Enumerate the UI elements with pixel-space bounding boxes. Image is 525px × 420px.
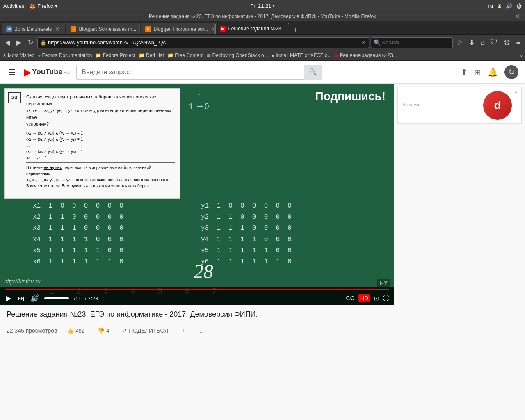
forward-button[interactable]: ▶ [14,37,24,48]
tab-favicon-youtube: ▶ [220,26,226,32]
tab-bar: VK Boris Derzhavets ✕ B Blogger: Some is… [0,21,525,35]
refresh-button[interactable]: ↻ [25,37,36,48]
bookmark-most-visited[interactable]: ★ Most Visited [2,52,34,58]
more-actions-button[interactable]: ... [195,326,206,336]
user-avatar[interactable]: ↻ [504,65,518,79]
os-topbar-right: ru ⊞ 🔊 ⏻ [488,3,522,9]
volume-button[interactable]: 🔊 [30,293,40,304]
upload-button[interactable]: ⬆ [461,67,468,77]
bookmark-redhat[interactable]: 📁 Red Hat [139,52,164,58]
dislike-count: 4 [106,328,109,334]
progress-bar-fill [5,289,377,290]
tab-close-blogger1[interactable]: ✕ [139,26,140,32]
hd-button[interactable]: HD [358,294,370,302]
browser-label[interactable]: 🦊 Firefox ▾ [29,3,58,9]
progress-bar[interactable] [5,289,389,290]
activities-label[interactable]: Activities [3,3,24,9]
youtube-main-content: 23 Сколько существует различных наборов … [0,84,525,420]
bookmark-fedora-docs[interactable]: ● Fedora Documentation [38,52,92,58]
video-container: 23 Сколько существует различных наборов … [0,84,394,420]
youtube-header: ☰ ▶ YouTubeRU 🔍 ⬆ ⊞ 🔔 ↻ [0,61,525,84]
play-pause-button[interactable]: ▶ [5,293,12,304]
home-button[interactable]: ⌂ [479,37,487,48]
developer-button[interactable]: ⚙ [502,37,512,48]
channel-logo-fy: FY [377,279,390,288]
window-close-button[interactable]: ✕ [515,12,520,20]
subtitles-button[interactable]: CC [346,295,354,301]
ad-logo-circle: d [483,91,512,120]
math-problem-content: Сколько существует различных наборов зна… [26,94,175,189]
ad-text-area: Реклама [401,102,481,109]
ad-label: Реклама [401,102,481,107]
chalk-formula: 1 →0 [189,101,209,112]
youtube-logo[interactable]: ▶ YouTubeRU [24,66,70,78]
hamburger-menu-button[interactable]: ☰ [7,66,17,79]
dislike-button[interactable]: 👎 4 [94,326,112,336]
back-button[interactable]: ◀ [2,37,12,48]
navigation-bar: ◀ ▶ ↻ 🔒 ✕ 🔍 ☆ ⬇ ⌂ 🛡 ⚙ ≡ [0,35,525,50]
youtube-search-bar[interactable]: 🔍 [76,65,322,80]
chalk-annotation-1: ↑ 1 →0 [189,92,209,112]
avatar-loading-icon: ↻ [509,68,515,77]
bookmark-fedora-project[interactable]: 📁 Fedora Project [95,52,135,58]
ad-close-button[interactable]: ✕ [514,89,518,95]
video-player[interactable]: 23 Сколько существует различных наборов … [0,84,394,305]
chalk-table-x: x1 1 0 0 0 0 0 0 x2 1 1 0 0 0 0 0 x3 1 1… [33,201,123,267]
lang-indicator[interactable]: ru [488,3,493,9]
tab-blogger2[interactable]: B Blogger: Наиболее эф... ✕ [141,23,215,34]
tab-blogger1[interactable]: B Blogger: Some issues m... ✕ [66,23,140,34]
notifications-button[interactable]: 🔔 [488,67,498,77]
safe-icon[interactable]: 🛡 [488,37,500,48]
youtube-logo-ru: RU [63,70,70,75]
thumbs-up-icon: 👍 [67,327,74,334]
miniplayer-button[interactable]: ⊡ [374,295,379,301]
share-button[interactable]: ↗ ПОДЕЛИТЬСЯ [119,326,171,336]
condition-5: (x₅ → (x₆ ∧ y₅)) ∧ (y₅ → y₆) = 1 [26,148,175,155]
bookmark-install-mate[interactable]: ● Install MATE or XFCE o... [272,52,332,58]
video-info: Решение задания №23. ЕГЭ по информатике … [0,305,394,340]
volume-icon[interactable]: 🔊 [506,3,512,9]
tab-close-youtube[interactable]: ✕ [288,25,289,32]
tab-boris[interactable]: VK Boris Derzhavets ✕ [2,23,65,34]
bookmark-free-content[interactable]: 📁 Free Content [167,52,203,58]
tab-close-blogger2[interactable]: ✕ [210,26,215,32]
youtube-search-button[interactable]: 🔍 [304,65,322,80]
chalkboard-background: 23 Сколько существует различных наборов … [0,84,394,305]
ad-logo-letter: d [494,99,501,112]
youtube-header-actions: ⬆ ⊞ 🔔 ↻ [461,65,518,79]
youtube-search-input[interactable] [77,68,304,76]
tab-close-boris[interactable]: ✕ [54,26,61,32]
url-input[interactable] [48,39,360,46]
bookmarks-bar: ★ Most Visited ● Fedora Documentation 📁 … [0,50,525,61]
tab-youtube[interactable]: ▶ Решение задания №23... ✕ [215,23,289,34]
tab-label-boris: Boris Derzhavets [14,26,52,32]
fullscreen-button[interactable]: ⛶ [383,295,389,301]
new-tab-button[interactable]: + [290,26,301,34]
apps-button[interactable]: ⊞ [474,67,481,77]
url-bar[interactable]: 🔒 ✕ [37,37,369,48]
problem-text: Сколько существует различных наборов зна… [26,94,175,128]
bookmark-star-button[interactable]: ☆ [454,37,465,48]
power-icon[interactable]: ⏻ [516,3,522,9]
menu-button[interactable]: ≡ [514,37,523,48]
next-button[interactable]: ⏭ [16,293,25,304]
download-button[interactable]: ⬇ [467,37,477,48]
answer-note: В ответе не нужно перечислять все различ… [26,164,175,189]
add-to-playlist-button[interactable]: + [178,326,188,336]
search-input[interactable] [382,39,444,46]
url-clear-button[interactable]: ✕ [361,39,366,46]
youtube-logo-icon: ▶ [24,66,31,78]
bookmark-reshenie[interactable]: ▶ Решение задания №23... [335,52,397,58]
fedora-docs-icon: ● [38,52,41,58]
tab-favicon-vk: VK [6,26,12,32]
volume-slider[interactable] [44,297,69,299]
video-stats-row: 22 345 просмотров 👍 482 👎 4 ↗ ПОДЕЛИТЬСЯ [7,322,387,336]
bookmark-openstack[interactable]: ≋ Deploying OpenStack o... [207,52,268,58]
watermark-text: http://kintbu.ru [4,278,41,285]
youtube-bookmark-icon: ▶ [335,52,339,58]
bookmarks-more[interactable]: » [520,52,523,58]
bookmark-icon-visited: ★ [2,52,7,58]
like-button[interactable]: 👍 482 [64,326,88,336]
search-bar[interactable]: 🔍 [371,37,453,48]
ad-logo: d [481,89,514,122]
